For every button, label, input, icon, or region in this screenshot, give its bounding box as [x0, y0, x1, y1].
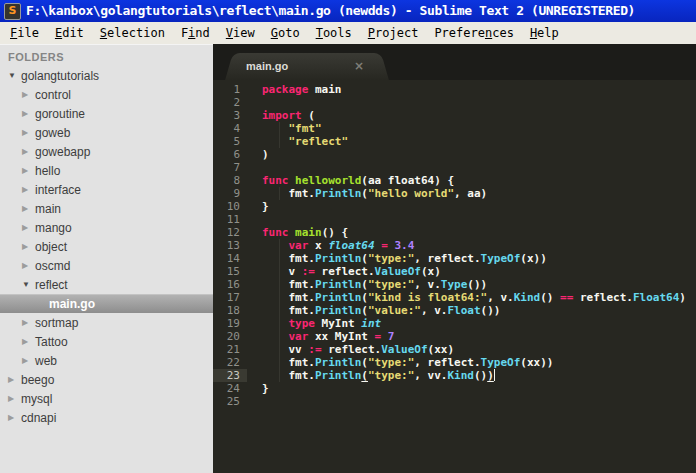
code-line-2[interactable]: 2 [213, 96, 696, 109]
code-line-4[interactable]: 4 "fmt" [213, 122, 696, 135]
code-line-3[interactable]: 3import ( [213, 109, 696, 122]
tree-folder-sortmap[interactable]: ▶sortmap [0, 313, 213, 332]
tree-folder-golangtutorials[interactable]: ▼golangtutorials [0, 66, 213, 85]
code-area[interactable]: 1package main23import (4 "fmt"5 "reflect… [213, 80, 696, 408]
chevron-right-icon[interactable]: ▶ [22, 256, 35, 275]
code-line-20[interactable]: 20 var xx MyInt = 7 [213, 330, 696, 343]
chevron-right-icon[interactable]: ▶ [8, 389, 21, 408]
code-text: fmt.Println("type:", reflect.TypeOf(x)) [262, 252, 547, 265]
tree-item-label: web [35, 354, 57, 368]
code-token: "kind is float64:" [368, 291, 487, 304]
chevron-right-icon[interactable]: ▶ [22, 104, 35, 123]
code-line-16[interactable]: 16 fmt.Println("type:", v.Type()) [213, 278, 696, 291]
tree-folder-mysql[interactable]: ▶mysql [0, 389, 213, 408]
code-line-9[interactable]: 9 fmt.Println("hello world", aa) [213, 187, 696, 200]
tree-folder-beego[interactable]: ▶beego [0, 370, 213, 389]
chevron-right-icon[interactable]: ▶ [22, 180, 35, 199]
code-line-17[interactable]: 17 fmt.Println("kind is float64:", v.Kin… [213, 291, 696, 304]
code-token: "type:" [368, 252, 414, 265]
tree-folder-interface[interactable]: ▶interface [0, 180, 213, 199]
line-number: 1 [213, 83, 247, 96]
code-line-6[interactable]: 6) [213, 148, 696, 161]
chevron-right-icon[interactable]: ▶ [22, 199, 35, 218]
tree-folder-object[interactable]: ▶object [0, 237, 213, 256]
code-line-14[interactable]: 14 fmt.Println("type:", reflect.TypeOf(x… [213, 252, 696, 265]
tree-folder-oscmd[interactable]: ▶oscmd [0, 256, 213, 275]
menu-file[interactable]: File [2, 24, 47, 42]
chevron-right-icon[interactable]: ▶ [22, 237, 35, 256]
menu-goto[interactable]: Goto [263, 24, 308, 42]
chevron-right-icon[interactable]: ▶ [22, 85, 35, 104]
code-token [381, 330, 388, 343]
menu-tools[interactable]: Tools [308, 24, 360, 42]
code-token: helloworld [289, 174, 362, 187]
code-token: Kind [514, 291, 541, 304]
chevron-right-icon[interactable]: ▶ [22, 218, 35, 237]
tree-item-label: Tattoo [35, 335, 68, 349]
code-line-10[interactable]: 10} [213, 200, 696, 213]
code-line-12[interactable]: 12func main() { [213, 226, 696, 239]
tree-folder-gowebapp[interactable]: ▶gowebapp [0, 142, 213, 161]
code-line-8[interactable]: 8func helloworld(aa float64) { [213, 174, 696, 187]
tree-folder-hello[interactable]: ▶hello [0, 161, 213, 180]
code-line-21[interactable]: 21 vv := reflect.ValueOf(xx) [213, 343, 696, 356]
chevron-right-icon[interactable]: ▶ [22, 351, 35, 370]
code-token: ()) [481, 304, 501, 317]
menu-view[interactable]: View [218, 24, 263, 42]
code-line-7[interactable]: 7 [213, 161, 696, 174]
chevron-down-icon[interactable]: ▼ [8, 66, 21, 85]
chevron-right-icon[interactable]: ▶ [8, 370, 21, 389]
code-line-11[interactable]: 11 [213, 213, 696, 226]
tree-folder-goroutine[interactable]: ▶goroutine [0, 104, 213, 123]
tree-folder-web[interactable]: ▶web [0, 351, 213, 370]
code-token: , vv. [414, 369, 447, 382]
tree-folder-reflect[interactable]: ▼reflect [0, 275, 213, 294]
code-token [262, 135, 289, 148]
code-line-15[interactable]: 15 v := reflect.ValueOf(x) [213, 265, 696, 278]
code-token: var [262, 330, 308, 343]
code-token: Float64 [633, 291, 679, 304]
code-line-23[interactable]: 23 fmt.Println("type:", vv.Kind()) [213, 369, 696, 382]
title-bar[interactable]: S F:\kanbox\golangtutorials\reflect\main… [0, 0, 696, 22]
line-number: 13 [213, 239, 247, 252]
tree-item-label: hello [35, 164, 60, 178]
chevron-right-icon[interactable]: ▶ [22, 142, 35, 161]
code-line-5[interactable]: 5 "reflect" [213, 135, 696, 148]
code-line-19[interactable]: 19 type MyInt int [213, 317, 696, 330]
tree-file-main.go[interactable]: main.go [0, 294, 213, 313]
code-line-1[interactable]: 1package main [213, 83, 696, 96]
chevron-right-icon[interactable]: ▶ [22, 161, 35, 180]
chevron-right-icon[interactable]: ▶ [8, 408, 21, 427]
menu-preferences[interactable]: Preferences [426, 24, 522, 42]
tree-folder-main[interactable]: ▶main [0, 199, 213, 218]
code-token: Println [315, 291, 361, 304]
text-cursor [494, 369, 495, 381]
menu-selection[interactable]: Selection [92, 24, 173, 42]
code-line-18[interactable]: 18 fmt.Println("value:", v.Float()) [213, 304, 696, 317]
menu-help[interactable]: Help [522, 24, 567, 42]
chevron-right-icon[interactable]: ▶ [22, 313, 35, 332]
code-token: x [308, 239, 328, 252]
code-line-22[interactable]: 22 fmt.Println("type:", reflect.TypeOf(x… [213, 356, 696, 369]
line-number: 25 [213, 395, 247, 408]
code-line-13[interactable]: 13 var x float64 = 3.4 [213, 239, 696, 252]
code-line-25[interactable]: 25 [213, 395, 696, 408]
tab-main-go[interactable]: main.go × [237, 53, 377, 80]
code-text: fmt.Println("hello world", aa) [262, 187, 487, 200]
code-token [262, 122, 289, 135]
menu-project[interactable]: Project [360, 24, 427, 42]
tree-folder-mango[interactable]: ▶mango [0, 218, 213, 237]
chevron-right-icon[interactable]: ▶ [22, 123, 35, 142]
tree-folder-cdnapi[interactable]: ▶cdnapi [0, 408, 213, 427]
code-line-24[interactable]: 24} [213, 382, 696, 395]
code-token: fmt. [262, 304, 315, 317]
chevron-right-icon[interactable]: ▶ [22, 332, 35, 351]
menu-find[interactable]: Find [173, 24, 218, 42]
line-number: 20 [213, 330, 247, 343]
menu-edit[interactable]: Edit [47, 24, 92, 42]
tree-folder-control[interactable]: ▶control [0, 85, 213, 104]
chevron-down-icon[interactable]: ▼ [22, 275, 35, 294]
close-icon[interactable]: × [354, 59, 364, 73]
tree-folder-tattoo[interactable]: ▶Tattoo [0, 332, 213, 351]
tree-folder-goweb[interactable]: ▶goweb [0, 123, 213, 142]
